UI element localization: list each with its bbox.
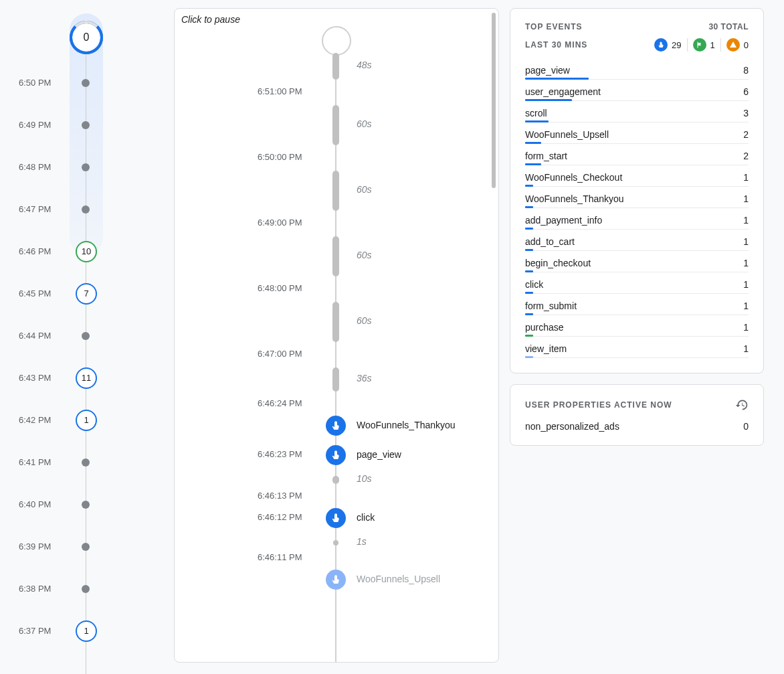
top-event-row[interactable]: scroll3 [525, 102, 749, 124]
stream-gap-pill [332, 302, 339, 342]
stream-timestamp: 6:47:00 PM [258, 349, 302, 359]
user-property-value: 0 [743, 421, 749, 432]
timeline-row[interactable]: 6:37 PM1 [0, 610, 174, 652]
timeline-time-label: 6:37 PM [0, 626, 54, 636]
timeline-row[interactable]: 6:46 PM10 [0, 230, 174, 272]
timeline-row[interactable]: 6:38 PM [0, 568, 174, 610]
top-event-name: form_start [525, 151, 567, 161]
top-event-name: add_to_cart [525, 236, 575, 247]
top-event-row[interactable]: click1 [525, 274, 749, 295]
event-stream-panel: Click to pause 48s6:51:00 PM60s6:50:00 P… [174, 0, 499, 674]
top-event-bar [525, 228, 533, 230]
top-event-bar [525, 78, 589, 80]
top-event-row[interactable]: purchase1 [525, 317, 749, 338]
top-event-bar [525, 313, 533, 315]
stream-event-label[interactable]: page_view [357, 449, 401, 460]
timeline-time-label: 6:41 PM [0, 457, 54, 467]
top-event-bar [525, 206, 533, 208]
timeline-now-node[interactable]: 0 [70, 21, 103, 54]
timeline-dot[interactable] [82, 205, 90, 214]
timeline-dot[interactable] [82, 121, 90, 129]
badge-blue-value: 29 [672, 40, 681, 50]
timeline-row[interactable]: 6:48 PM [0, 146, 174, 188]
timeline-row[interactable]: 6:41 PM [0, 441, 174, 483]
timeline-time-label: 6:42 PM [0, 415, 54, 425]
top-event-row[interactable]: form_start2 [525, 145, 749, 167]
stream-event-label[interactable]: WooFunnels_Thankyou [357, 420, 456, 430]
timeline-time-label: 6:39 PM [0, 541, 54, 552]
top-events-subtitle: LAST 30 MINS [525, 40, 587, 50]
stream-timestamp: 6:48:00 PM [258, 283, 302, 293]
top-event-bar-track [525, 293, 749, 294]
timeline-count-node[interactable]: 1 [76, 410, 97, 431]
top-event-row[interactable]: WooFunnels_Thankyou1 [525, 188, 749, 209]
badge-conversions[interactable]: 1 [693, 38, 715, 52]
top-event-row[interactable]: WooFunnels_Checkout1 [525, 167, 749, 188]
timeline-time-label: 6:49 PM [0, 120, 54, 130]
stream-event-label[interactable]: WooFunnels_Upsell [357, 574, 440, 584]
timeline-dot[interactable] [82, 458, 90, 467]
badge-errors[interactable]: 0 [726, 38, 749, 52]
timeline-time-label: 6:48 PM [0, 162, 54, 172]
top-event-bar-track [525, 272, 749, 272]
top-event-count: 1 [743, 236, 749, 247]
top-event-row[interactable]: user_engagement6 [525, 81, 749, 102]
top-event-bar-track [525, 165, 749, 165]
badge-screen-events[interactable]: 29 [654, 38, 681, 52]
top-event-row[interactable]: form_submit1 [525, 295, 749, 317]
timeline-dot[interactable] [82, 585, 90, 593]
top-event-row[interactable]: add_to_cart1 [525, 231, 749, 252]
top-event-row[interactable]: view_item1 [525, 338, 749, 359]
history-icon[interactable] [735, 398, 749, 412]
timeline-dot[interactable] [82, 79, 90, 87]
timeline-count-value: 1 [84, 415, 88, 425]
timeline-count-node[interactable]: 10 [76, 241, 97, 262]
timeline-time-label: 6:40 PM [0, 499, 54, 509]
timeline-time-label: 6:50 PM [0, 78, 54, 88]
top-event-bar-track [525, 336, 749, 337]
tap-icon[interactable] [326, 445, 346, 465]
timeline-row[interactable]: 6:50 PM [0, 62, 174, 104]
timeline-row[interactable]: 6:45 PM7 [0, 272, 174, 315]
timeline-dot[interactable] [82, 501, 90, 509]
top-event-count: 2 [743, 151, 749, 161]
timeline-dot[interactable] [82, 543, 90, 551]
tap-icon[interactable] [326, 416, 346, 436]
user-property-row[interactable]: non_personalized_ads0 [525, 421, 749, 432]
tap-icon[interactable] [326, 508, 346, 528]
timeline-count-node[interactable]: 1 [76, 620, 97, 642]
timeline-dot[interactable] [82, 163, 90, 171]
top-event-count: 8 [743, 65, 749, 76]
timeline-row[interactable]: 6:40 PM [0, 483, 174, 525]
timeline-row[interactable]: 6:39 PM [0, 525, 174, 568]
stream-gap-pill [332, 105, 339, 145]
stream-event-label[interactable]: click [357, 512, 375, 523]
top-event-bar [525, 356, 533, 358]
stream-gap-duration: 60s [357, 184, 372, 195]
timeline-row[interactable]: 6:47 PM [0, 188, 174, 230]
event-stream-card[interactable]: Click to pause 48s6:51:00 PM60s6:50:00 P… [174, 8, 499, 663]
timeline-row[interactable]: 6:43 PM11 [0, 357, 174, 399]
user-properties-title: USER PROPERTIES ACTIVE NOW [525, 400, 672, 410]
top-event-bar-track [525, 207, 749, 208]
top-event-count: 2 [743, 129, 749, 140]
timeline-dot[interactable] [82, 332, 90, 340]
top-event-name: WooFunnels_Checkout [525, 172, 622, 183]
top-event-count: 1 [743, 215, 749, 226]
top-event-bar-track [525, 143, 749, 144]
stream-timestamp: 6:46:12 PM [258, 512, 302, 522]
top-events-total: 30 TOTAL [708, 22, 749, 31]
timeline-count-node[interactable]: 7 [76, 283, 97, 305]
timeline-time-label: 6:38 PM [0, 584, 54, 594]
tap-icon[interactable] [326, 570, 346, 590]
timeline-row[interactable]: 6:49 PM [0, 104, 174, 146]
timeline-row[interactable]: 6:42 PM1 [0, 399, 174, 441]
top-event-row[interactable]: begin_checkout1 [525, 252, 749, 274]
top-event-row[interactable]: page_view8 [525, 60, 749, 81]
top-event-row[interactable]: add_payment_info1 [525, 209, 749, 231]
stream-gap-pill [332, 236, 339, 276]
timeline-count-node[interactable]: 11 [76, 367, 97, 389]
timeline-time-label: 6:46 PM [0, 246, 54, 256]
timeline-row[interactable]: 6:44 PM [0, 315, 174, 357]
top-event-row[interactable]: WooFunnels_Upsell2 [525, 124, 749, 145]
